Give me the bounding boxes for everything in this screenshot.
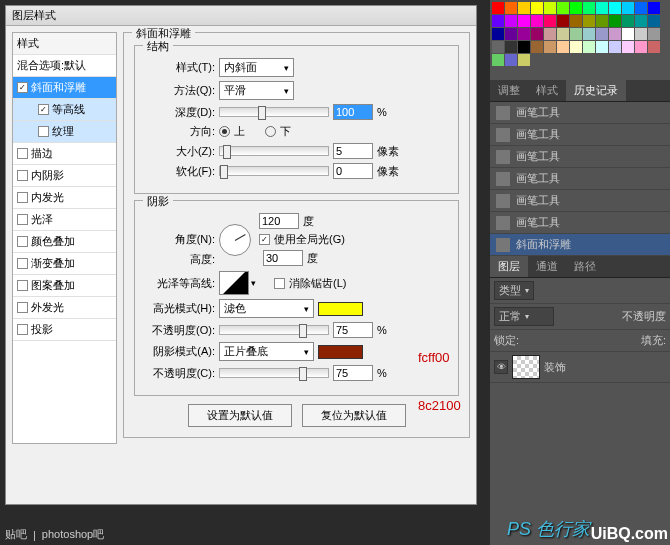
sidebar-item-5[interactable]: 内发光	[13, 187, 116, 209]
tab-channels[interactable]: 通道	[528, 256, 566, 277]
sidebar-checkbox-4[interactable]	[17, 170, 28, 181]
swatch-47[interactable]	[596, 41, 608, 53]
gloss-contour-picker[interactable]	[219, 271, 256, 295]
angle-input[interactable]: 120	[259, 213, 299, 229]
swatch-14[interactable]	[505, 15, 517, 27]
tab-adjustments[interactable]: 调整	[490, 80, 528, 101]
swatch-17[interactable]	[544, 15, 556, 27]
sidebar-blend-options[interactable]: 混合选项:默认	[13, 55, 116, 77]
swatch-44[interactable]	[557, 41, 569, 53]
swatch-54[interactable]	[518, 54, 530, 66]
swatch-38[interactable]	[648, 28, 660, 40]
tab-paths[interactable]: 路径	[566, 256, 604, 277]
swatch-30[interactable]	[544, 28, 556, 40]
visibility-toggle[interactable]: 👁	[494, 360, 508, 374]
swatch-51[interactable]	[648, 41, 660, 53]
layer-kind-filter[interactable]: 类型	[494, 281, 534, 300]
swatch-18[interactable]	[557, 15, 569, 27]
highlight-opacity-input[interactable]: 75	[333, 322, 373, 338]
depth-slider[interactable]	[219, 107, 329, 117]
sidebar-item-10[interactable]: 外发光	[13, 297, 116, 319]
swatch-50[interactable]	[635, 41, 647, 53]
size-slider[interactable]	[219, 146, 329, 156]
swatch-48[interactable]	[609, 41, 621, 53]
swatch-20[interactable]	[583, 15, 595, 27]
shadow-opacity-slider[interactable]	[219, 368, 329, 378]
blend-mode-select[interactable]: 正常	[494, 307, 554, 326]
swatch-8[interactable]	[596, 2, 608, 14]
highlight-color-swatch[interactable]	[318, 302, 363, 316]
shadow-opacity-input[interactable]: 75	[333, 365, 373, 381]
swatch-35[interactable]	[609, 28, 621, 40]
swatch-39[interactable]	[492, 41, 504, 53]
swatch-33[interactable]	[583, 28, 595, 40]
sidebar-checkbox-8[interactable]	[17, 258, 28, 269]
soften-input[interactable]: 0	[333, 163, 373, 179]
tab-styles[interactable]: 样式	[528, 80, 566, 101]
direction-up-radio[interactable]	[219, 126, 230, 137]
swatch-49[interactable]	[622, 41, 634, 53]
swatch-27[interactable]	[505, 28, 517, 40]
swatch-31[interactable]	[557, 28, 569, 40]
history-item-3[interactable]: 画笔工具	[490, 168, 670, 190]
sidebar-checkbox-5[interactable]	[17, 192, 28, 203]
swatch-40[interactable]	[505, 41, 517, 53]
swatch-9[interactable]	[609, 2, 621, 14]
swatch-25[interactable]	[648, 15, 660, 27]
swatch-34[interactable]	[596, 28, 608, 40]
swatch-52[interactable]	[492, 54, 504, 66]
sidebar-checkbox-11[interactable]	[17, 324, 28, 335]
depth-input[interactable]: 100	[333, 104, 373, 120]
swatch-36[interactable]	[622, 28, 634, 40]
swatch-19[interactable]	[570, 15, 582, 27]
sidebar-checkbox-10[interactable]	[17, 302, 28, 313]
reset-default-button[interactable]: 复位为默认值	[302, 404, 406, 427]
swatch-42[interactable]	[531, 41, 543, 53]
swatch-4[interactable]	[544, 2, 556, 14]
swatch-6[interactable]	[570, 2, 582, 14]
swatch-41[interactable]	[518, 41, 530, 53]
sidebar-item-2[interactable]: 纹理	[13, 121, 116, 143]
dialog-title-bar[interactable]: 图层样式	[6, 6, 476, 26]
swatch-22[interactable]	[609, 15, 621, 27]
sidebar-item-9[interactable]: 图案叠加	[13, 275, 116, 297]
altitude-input[interactable]: 30	[263, 250, 303, 266]
swatch-29[interactable]	[531, 28, 543, 40]
tab-history[interactable]: 历史记录	[566, 80, 626, 101]
history-item-5[interactable]: 画笔工具	[490, 212, 670, 234]
sidebar-item-6[interactable]: 光泽	[13, 209, 116, 231]
global-light-checkbox[interactable]	[259, 234, 270, 245]
swatch-24[interactable]	[635, 15, 647, 27]
size-input[interactable]: 5	[333, 143, 373, 159]
angle-widget[interactable]	[219, 224, 251, 256]
technique-select[interactable]: 平滑	[219, 81, 294, 100]
swatch-43[interactable]	[544, 41, 556, 53]
swatch-16[interactable]	[531, 15, 543, 27]
style-select[interactable]: 内斜面	[219, 58, 294, 77]
swatch-32[interactable]	[570, 28, 582, 40]
sidebar-checkbox-9[interactable]	[17, 280, 28, 291]
history-item-0[interactable]: 画笔工具	[490, 102, 670, 124]
direction-down-radio[interactable]	[265, 126, 276, 137]
sidebar-item-11[interactable]: 投影	[13, 319, 116, 341]
swatch-53[interactable]	[505, 54, 517, 66]
history-item-4[interactable]: 画笔工具	[490, 190, 670, 212]
swatch-15[interactable]	[518, 15, 530, 27]
history-item-6[interactable]: 斜面和浮雕	[490, 234, 670, 256]
swatch-21[interactable]	[596, 15, 608, 27]
sidebar-item-1[interactable]: 等高线	[13, 99, 116, 121]
sidebar-checkbox-0[interactable]	[17, 82, 28, 93]
swatch-23[interactable]	[622, 15, 634, 27]
sidebar-checkbox-1[interactable]	[38, 104, 49, 115]
sidebar-item-4[interactable]: 内阴影	[13, 165, 116, 187]
layer-row[interactable]: 👁 装饰	[490, 352, 670, 383]
highlight-mode-select[interactable]: 滤色	[219, 299, 314, 318]
sidebar-item-3[interactable]: 描边	[13, 143, 116, 165]
sidebar-item-8[interactable]: 渐变叠加	[13, 253, 116, 275]
swatch-0[interactable]	[492, 2, 504, 14]
shadow-mode-select[interactable]: 正片叠底	[219, 342, 314, 361]
layer-thumbnail[interactable]	[512, 355, 540, 379]
swatch-11[interactable]	[635, 2, 647, 14]
sidebar-checkbox-2[interactable]	[38, 126, 49, 137]
soften-slider[interactable]	[219, 166, 329, 176]
